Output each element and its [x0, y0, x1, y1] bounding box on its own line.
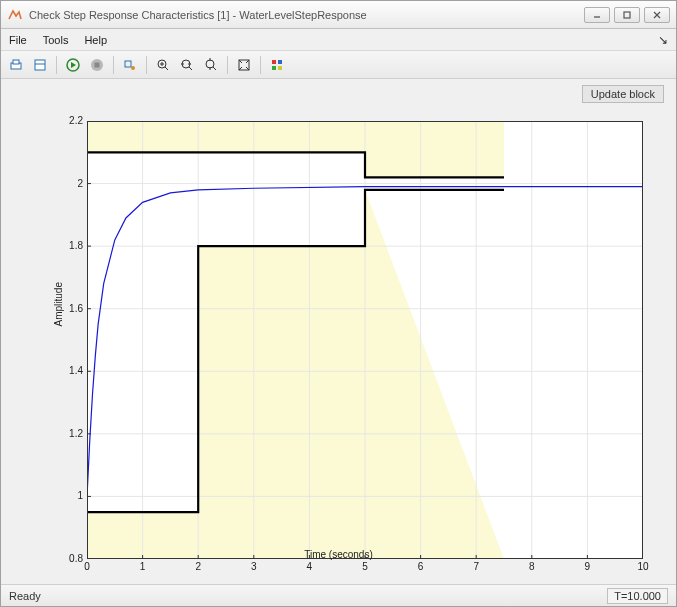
x-tick: 10 [633, 561, 653, 572]
svg-line-23 [213, 67, 216, 70]
x-tick: 5 [355, 561, 375, 572]
svg-rect-1 [624, 12, 630, 18]
toolbar [1, 51, 676, 79]
svg-line-15 [165, 67, 168, 70]
svg-rect-29 [272, 66, 276, 70]
y-tick: 1.2 [53, 428, 83, 439]
svg-rect-11 [95, 62, 100, 67]
figure-panel: Update block Amplitude 0.811.21.41.61.82… [1, 79, 676, 584]
toolbar-separator [227, 56, 228, 74]
y-tick: 1.8 [53, 240, 83, 251]
minimize-button[interactable] [584, 7, 610, 23]
x-tick: 2 [188, 561, 208, 572]
y-tick: 1.6 [53, 303, 83, 314]
svg-rect-5 [13, 60, 19, 64]
app-window: Check Step Response Characteristics [1] … [0, 0, 677, 607]
x-axis-label: Time (seconds) [304, 549, 373, 560]
highlight-button[interactable] [119, 54, 141, 76]
zoom-in-button[interactable] [152, 54, 174, 76]
svg-point-13 [131, 66, 135, 70]
settings-button[interactable] [29, 54, 51, 76]
status-ready: Ready [9, 590, 41, 602]
menu-file[interactable]: File [9, 34, 27, 46]
zoom-y-button[interactable] [200, 54, 222, 76]
y-tick: 2.2 [53, 115, 83, 126]
svg-point-22 [206, 60, 214, 68]
y-tick: 1.4 [53, 365, 83, 376]
toolbar-separator [113, 56, 114, 74]
x-tick: 9 [577, 561, 597, 572]
svg-rect-28 [278, 60, 282, 64]
print-button[interactable] [5, 54, 27, 76]
update-block-button[interactable]: Update block [582, 85, 664, 103]
y-tick: 1 [53, 490, 83, 501]
x-tick: 3 [244, 561, 264, 572]
x-tick: 1 [133, 561, 153, 572]
axes[interactable] [87, 121, 643, 559]
svg-rect-12 [125, 61, 131, 67]
legend-button[interactable] [266, 54, 288, 76]
undock-icon[interactable]: ↘ [658, 33, 668, 47]
svg-rect-30 [278, 66, 282, 70]
window-controls [584, 7, 670, 23]
svg-rect-6 [35, 60, 45, 70]
x-tick: 6 [411, 561, 431, 572]
menubar: File Tools Help ↘ [1, 29, 676, 51]
matlab-icon [7, 7, 23, 23]
svg-marker-9 [71, 62, 76, 68]
x-tick: 7 [466, 561, 486, 572]
maximize-button[interactable] [614, 7, 640, 23]
run-button[interactable] [62, 54, 84, 76]
toolbar-separator [56, 56, 57, 74]
x-tick: 8 [522, 561, 542, 572]
statusbar: Ready T=10.000 [1, 584, 676, 606]
toolbar-separator [260, 56, 261, 74]
toolbar-separator [146, 56, 147, 74]
titlebar: Check Step Response Characteristics [1] … [1, 1, 676, 29]
chart-canvas [87, 121, 643, 559]
svg-line-19 [189, 67, 192, 70]
status-time: T=10.000 [607, 588, 668, 604]
autoscale-button[interactable] [233, 54, 255, 76]
x-tick: 4 [299, 561, 319, 572]
menu-tools[interactable]: Tools [43, 34, 69, 46]
stop-button[interactable] [86, 54, 108, 76]
zoom-x-button[interactable] [176, 54, 198, 76]
window-title: Check Step Response Characteristics [1] … [29, 9, 578, 21]
close-button[interactable] [644, 7, 670, 23]
x-tick: 0 [77, 561, 97, 572]
y-tick: 2 [53, 178, 83, 189]
svg-rect-27 [272, 60, 276, 64]
menu-help[interactable]: Help [84, 34, 107, 46]
